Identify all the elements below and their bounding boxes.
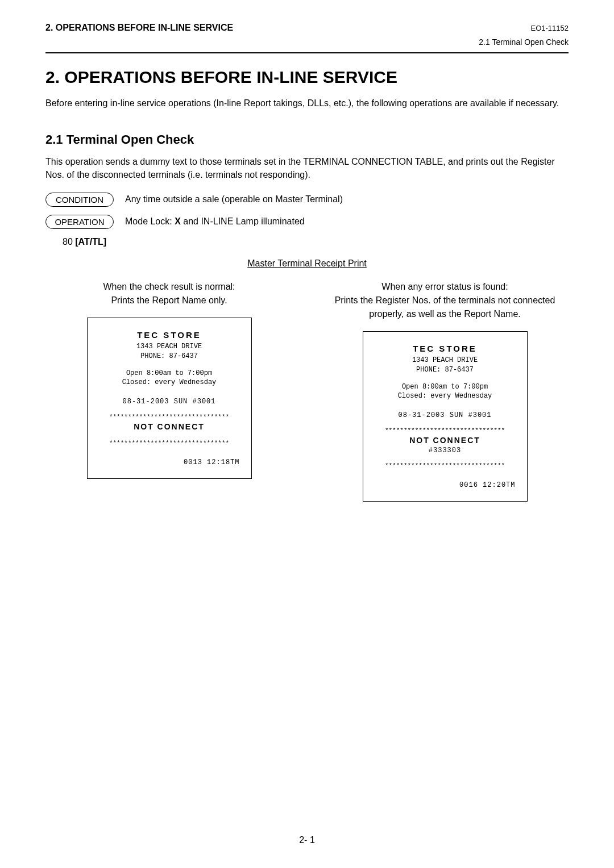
section-description: This operation sends a dummy text to tho… xyxy=(45,156,569,181)
header-doc-id: EO1-11152 xyxy=(531,24,569,32)
page-title: 2. OPERATIONS BEFORE IN-LINE SERVICE xyxy=(45,68,569,87)
receipt-store: TEC STORE xyxy=(93,329,246,341)
receipt-phone-r: PHONE: 87-6437 xyxy=(369,365,521,374)
right-column: When any error status is found: Prints t… xyxy=(321,280,569,502)
receipt-footer-left: 0013 12:18TM xyxy=(93,458,246,467)
header-section-title: 2. OPERATIONS BEFORE IN-LINE SERVICE xyxy=(45,23,233,33)
receipt-columns: When the check result is normal: Prints … xyxy=(45,280,569,502)
operation-suffix: and IN-LINE Lamp illuminated xyxy=(181,216,305,226)
key-label: [AT/TL] xyxy=(75,237,106,247)
receipt-stars-top-r: ******************************** xyxy=(369,427,521,435)
left-column: When the check result is normal: Prints … xyxy=(45,280,293,479)
left-heading-l1: When the check result is normal: xyxy=(103,282,235,291)
receipt-stars-bottom: ******************************** xyxy=(93,439,246,448)
receipt-stars-bottom-r: ******************************** xyxy=(369,462,521,470)
receipt-phone: PHONE: 87-6437 xyxy=(93,352,246,361)
receipt-closed-r: Closed: every Wednesday xyxy=(369,391,521,400)
receipt-date: 08-31-2003 SUN #3001 xyxy=(93,397,246,406)
receipt-notconnect: NOT CONNECT xyxy=(93,422,246,432)
right-col-heading: When any error status is found: Prints t… xyxy=(321,280,569,321)
receipt-normal: TEC STORE 1343 PEACH DRIVE PHONE: 87-643… xyxy=(87,318,252,479)
operation-label: OPERATION xyxy=(45,215,114,229)
receipt-open: Open 8:00am to 7:00pm xyxy=(93,369,246,378)
operation-row: OPERATION Mode Lock: X and IN-LINE Lamp … xyxy=(45,215,569,229)
receipt-addr-r: 1343 PEACH DRIVE xyxy=(369,356,521,365)
receipt-date-r: 08-31-2003 SUN #3001 xyxy=(369,411,521,420)
right-heading-l2: Prints the Register Nos. of the terminal… xyxy=(335,295,555,319)
receipt-footer-right: 0016 12:20TM xyxy=(369,481,521,490)
receipt-store-r: TEC STORE xyxy=(369,343,521,354)
receipt-regno: #333303 xyxy=(369,446,521,455)
left-col-heading: When the check result is normal: Prints … xyxy=(45,280,293,307)
receipt-error: TEC STORE 1343 PEACH DRIVE PHONE: 87-643… xyxy=(363,331,528,502)
page-header: 2. OPERATIONS BEFORE IN-LINE SERVICE EO1… xyxy=(45,23,569,33)
left-heading-l2: Prints the Report Name only. xyxy=(111,295,227,305)
header-subsection: 2.1 Terminal Open Check xyxy=(45,37,569,47)
condition-row: CONDITION Any time outside a sale (opera… xyxy=(45,193,569,207)
operation-bold: X xyxy=(175,216,181,226)
page-number: 2- 1 xyxy=(0,835,614,845)
intro-paragraph: Before entering in-line service operatio… xyxy=(45,97,569,110)
receipt-closed: Closed: every Wednesday xyxy=(93,378,246,387)
condition-label: CONDITION xyxy=(45,193,114,207)
receipt-open-r: Open 8:00am to 7:00pm xyxy=(369,382,521,391)
receipt-stars-top: ******************************** xyxy=(93,413,246,422)
condition-text: Any time outside a sale (operable on Mas… xyxy=(125,193,343,205)
operation-prefix: Mode Lock: xyxy=(125,216,175,226)
key-command: 80 [AT/TL] xyxy=(63,237,569,247)
section-heading: 2.1 Terminal Open Check xyxy=(45,132,569,147)
right-heading-l1: When any error status is found: xyxy=(381,282,508,291)
receipt-notconnect-r: NOT CONNECT xyxy=(369,435,521,446)
header-divider xyxy=(45,52,569,53)
key-num: 80 xyxy=(63,237,75,247)
receipt-print-title: Master Terminal Receipt Print xyxy=(45,258,569,269)
operation-text: Mode Lock: X and IN-LINE Lamp illuminate… xyxy=(125,215,305,227)
receipt-addr: 1343 PEACH DRIVE xyxy=(93,342,246,351)
